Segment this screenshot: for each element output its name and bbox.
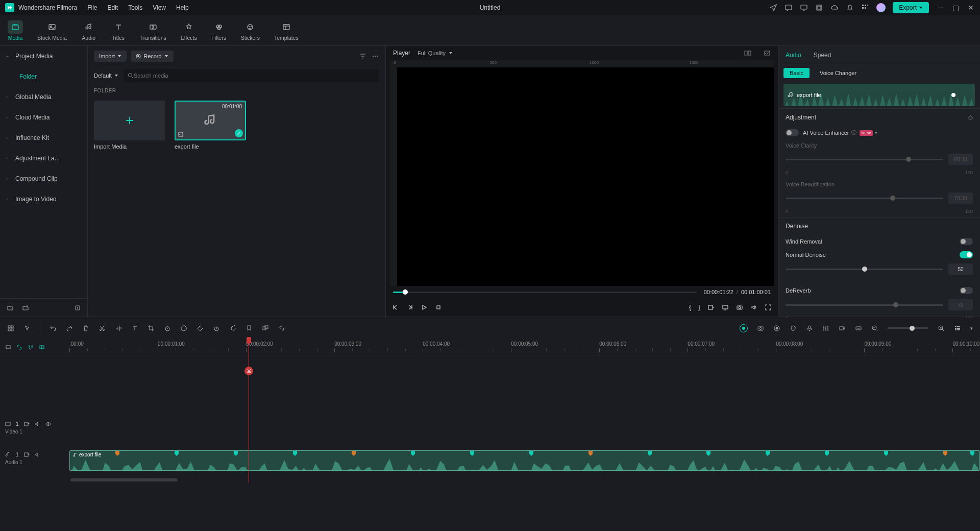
menu-edit[interactable]: Edit [108, 4, 118, 11]
subtab-basic[interactable]: Basic [783, 68, 810, 78]
apps-icon[interactable] [861, 4, 869, 12]
list-view-icon[interactable] [954, 325, 961, 332]
timeline-ruler[interactable]: :00:0000:00:01:0000:00:02:0000:00:03:000… [69, 339, 980, 355]
sort-dropdown[interactable]: Default [94, 73, 118, 79]
more-icon[interactable] [371, 52, 379, 60]
normal-denoise-slider[interactable] [786, 269, 943, 270]
bell-icon[interactable] [846, 4, 854, 12]
add-track-icon[interactable] [839, 325, 846, 332]
view-dd-icon[interactable]: ▾ [970, 326, 973, 331]
audio-edit-icon[interactable] [115, 325, 122, 332]
color-icon[interactable] [180, 325, 187, 332]
redo-icon[interactable] [66, 325, 73, 332]
preview-canvas[interactable]: 0 500 1000 1500 [390, 60, 774, 286]
nav-effects[interactable]: Effects [181, 20, 197, 41]
snapshot-icon[interactable] [736, 304, 743, 311]
camera-icon[interactable] [757, 325, 764, 332]
eye-icon[interactable] [45, 421, 51, 427]
speed-icon[interactable] [164, 325, 171, 332]
normal-denoise-toggle[interactable] [960, 251, 973, 258]
timer-icon[interactable] [213, 325, 220, 332]
menu-tools[interactable]: Tools [128, 4, 142, 11]
record-circle-icon[interactable] [773, 325, 780, 332]
close-button[interactable]: ✕ [967, 4, 975, 12]
grid-icon[interactable] [7, 325, 14, 332]
clip-preview[interactable]: export file [783, 84, 975, 106]
nav-templates[interactable]: Templates [274, 20, 299, 41]
mark-out-icon[interactable]: } [698, 304, 700, 311]
open-folder-icon[interactable] [6, 304, 14, 312]
group-icon[interactable] [262, 325, 269, 332]
menu-view[interactable]: View [153, 4, 166, 11]
collapse-sidebar-icon[interactable] [74, 304, 82, 312]
cut-icon[interactable] [99, 325, 106, 332]
mixer-icon[interactable] [822, 325, 829, 332]
sidebar-image-to-video[interactable]: ›Image to Video [0, 189, 87, 209]
sidebar-cloud-media[interactable]: ›Cloud Media [0, 107, 87, 128]
cloud-icon[interactable] [830, 4, 839, 12]
zoom-in-icon[interactable] [938, 325, 945, 332]
text-icon[interactable] [131, 325, 138, 332]
play-icon[interactable] [421, 304, 428, 311]
import-media-card[interactable]: + Import Media [94, 101, 165, 150]
keyframe-icon[interactable] [197, 325, 204, 332]
nav-stock-media[interactable]: Stock Media [37, 20, 67, 41]
nav-stickers[interactable]: Stickers [241, 20, 260, 41]
audio-track-lane[interactable]: export file [69, 443, 980, 474]
new-folder-icon[interactable] [21, 304, 30, 312]
add-icon[interactable] [24, 452, 30, 457]
stop-icon[interactable] [435, 304, 442, 311]
sidebar-project-media[interactable]: −Project Media [0, 46, 87, 66]
wind-toggle[interactable] [960, 238, 973, 245]
snap-icon[interactable] [39, 344, 45, 350]
display-icon[interactable] [722, 304, 729, 311]
sidebar-influence-kit[interactable]: ›Influence Kit [0, 128, 87, 148]
snapshot-view-icon[interactable] [764, 50, 771, 57]
scrub-bar[interactable] [393, 292, 697, 293]
ai-voice-toggle[interactable] [786, 129, 799, 136]
search-field[interactable] [134, 73, 375, 79]
cursor-icon[interactable] [23, 325, 31, 332]
maximize-button[interactable]: ▢ [951, 4, 960, 12]
audio-clip[interactable]: export file [69, 450, 980, 471]
compare-icon[interactable] [744, 50, 751, 57]
export-button[interactable]: Export [893, 2, 929, 13]
user-avatar[interactable] [876, 3, 886, 12]
send-icon[interactable] [769, 4, 777, 12]
unlink-icon[interactable] [278, 325, 285, 332]
minimize-button[interactable]: ─ [936, 4, 944, 12]
ripple-icon[interactable] [229, 325, 236, 332]
mark-in-icon[interactable]: { [689, 304, 691, 311]
tab-speed[interactable]: Speed [814, 52, 831, 59]
nav-filters[interactable]: Filters [211, 20, 227, 41]
quality-dropdown[interactable]: Full Quality [418, 50, 453, 56]
nav-media[interactable]: Media [8, 20, 23, 41]
mute-icon[interactable] [35, 452, 40, 457]
sidebar-global-media[interactable]: ›Global Media [0, 87, 87, 107]
magnet-icon[interactable] [28, 344, 34, 350]
dereverb-toggle[interactable] [960, 287, 973, 294]
nav-audio[interactable]: Audio [81, 20, 96, 41]
fullscreen-icon[interactable] [765, 304, 772, 311]
import-button[interactable]: Import [94, 51, 127, 62]
search-input[interactable] [124, 69, 379, 82]
media-card-export-file[interactable]: 00:01:00 ✓ export file [175, 101, 246, 150]
subtab-voice-changer[interactable]: Voice Changer [814, 68, 863, 78]
record-button[interactable]: Record [131, 51, 173, 62]
sidebar-folder[interactable]: Folder [0, 66, 87, 87]
dropdown-caret-icon[interactable]: ▾ [875, 130, 877, 135]
volume-icon[interactable] [750, 304, 757, 311]
render-icon[interactable] [855, 325, 862, 332]
mic-icon[interactable] [806, 325, 813, 332]
lock-all-icon[interactable] [5, 344, 11, 350]
nav-transitions[interactable]: Transitions [140, 20, 166, 41]
zoom-out-icon[interactable] [871, 325, 878, 332]
zoom-slider[interactable] [888, 327, 928, 329]
prev-frame-icon[interactable] [392, 304, 399, 311]
delete-icon[interactable] [82, 325, 89, 332]
info-icon[interactable]: ⓘ [851, 129, 856, 136]
device-icon[interactable] [800, 4, 808, 12]
auto-beat-icon[interactable] [740, 324, 748, 332]
video-track-lane[interactable] [69, 413, 980, 443]
filter-icon[interactable] [359, 52, 367, 60]
